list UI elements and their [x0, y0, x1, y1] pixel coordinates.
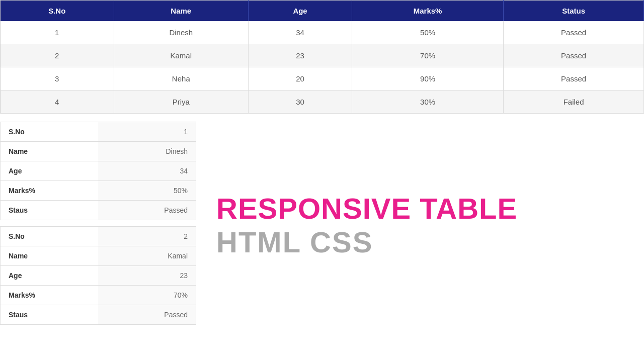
table-header-row: S.No Name Age Marks% Status	[1, 1, 644, 22]
card-label: Name	[1, 142, 99, 161]
cell-sno: 4	[1, 90, 114, 114]
cell-age: 20	[249, 67, 352, 90]
card-row: Name Kamal	[1, 246, 196, 266]
top-table-section: S.No Name Age Marks% Status 1 Dinesh 34 …	[0, 0, 644, 114]
header-sno: S.No	[1, 1, 114, 22]
card-label: S.No	[1, 122, 99, 142]
card-column: S.No 1 Name Dinesh Age 34 Marks% 50% Sta…	[0, 118, 201, 325]
title-line1: RESPONSIVE TABLE	[216, 193, 517, 225]
cell-marks: 70%	[352, 44, 504, 67]
card-row: Age 23	[1, 266, 196, 286]
card-row: Marks% 50%	[1, 181, 196, 201]
header-status: Status	[504, 1, 644, 22]
cell-sno: 3	[1, 67, 114, 90]
header-marks: Marks%	[352, 1, 504, 22]
card-row: S.No 2	[1, 227, 196, 246]
cell-age: 34	[249, 21, 352, 44]
card-value: 50%	[98, 181, 196, 201]
cell-sno: 1	[1, 21, 114, 44]
cell-name: Kamal	[114, 44, 249, 67]
card-label: Staus	[1, 201, 99, 220]
table-row: 3 Neha 20 90% Passed	[1, 67, 644, 90]
card-value: Kamal	[98, 246, 196, 266]
card-value: 23	[98, 266, 196, 286]
card-row: Marks% 70%	[1, 286, 196, 305]
card-row: Age 34	[1, 161, 196, 181]
cell-name: Neha	[114, 67, 249, 90]
card-value: 2	[98, 227, 196, 246]
table-row: 2 Kamal 23 70% Passed	[1, 44, 644, 67]
cell-marks: 50%	[352, 21, 504, 44]
card-row: S.No 1	[1, 122, 196, 142]
card-table-2: S.No 2 Name Kamal Age 23 Marks% 70% Stau…	[0, 226, 196, 325]
cell-name: Dinesh	[114, 21, 249, 44]
card-label: Age	[1, 161, 99, 181]
card-label: Name	[1, 246, 99, 266]
table-row: 4 Priya 30 30% Failed	[1, 90, 644, 114]
cell-status: Failed	[504, 90, 644, 114]
header-name: Name	[114, 1, 249, 22]
card-label: Marks%	[1, 181, 99, 201]
cell-status: Passed	[504, 44, 644, 67]
title-line2: HTML CSS	[216, 225, 373, 260]
card-label: Marks%	[1, 286, 99, 305]
card-row: Staus Passed	[1, 305, 196, 325]
card-value: Dinesh	[98, 142, 196, 161]
header-age: Age	[249, 1, 352, 22]
cell-status: Passed	[504, 21, 644, 44]
card-value: 34	[98, 161, 196, 181]
cell-age: 23	[249, 44, 352, 67]
title-area: RESPONSIVE TABLE HTML CSS	[201, 118, 644, 325]
card-label: S.No	[1, 227, 99, 246]
card-table-1: S.No 1 Name Dinesh Age 34 Marks% 50% Sta…	[0, 122, 196, 220]
card-label: Age	[1, 266, 99, 286]
cell-marks: 90%	[352, 67, 504, 90]
bottom-section: S.No 1 Name Dinesh Age 34 Marks% 50% Sta…	[0, 114, 644, 325]
card-value: 1	[98, 122, 196, 142]
cell-status: Passed	[504, 67, 644, 90]
cell-marks: 30%	[352, 90, 504, 114]
card-label: Staus	[1, 305, 99, 325]
card-value: Passed	[98, 201, 196, 220]
card-value: Passed	[98, 305, 196, 325]
card-value: 70%	[98, 286, 196, 305]
cell-name: Priya	[114, 90, 249, 114]
card-row: Name Dinesh	[1, 142, 196, 161]
card-row: Staus Passed	[1, 201, 196, 220]
cell-sno: 2	[1, 44, 114, 67]
table-row: 1 Dinesh 34 50% Passed	[1, 21, 644, 44]
main-table: S.No Name Age Marks% Status 1 Dinesh 34 …	[0, 0, 644, 114]
cell-age: 30	[249, 90, 352, 114]
